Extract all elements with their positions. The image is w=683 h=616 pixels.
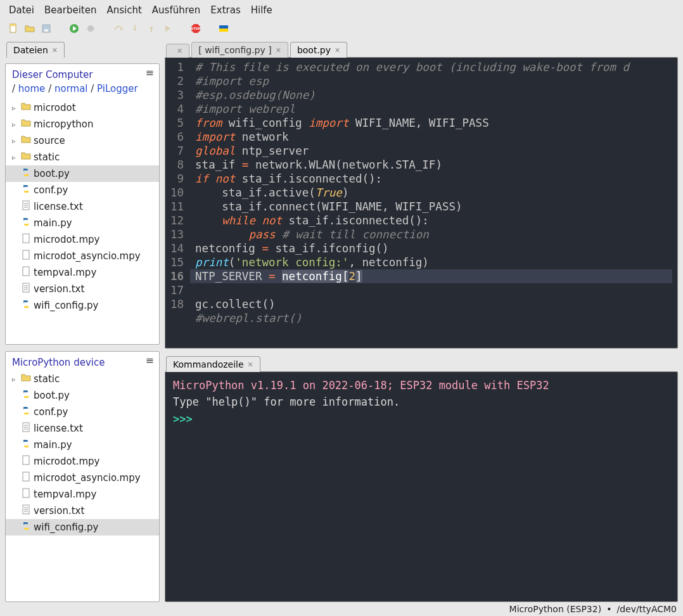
shell-tab[interactable]: Kommandozeile ✕ xyxy=(166,356,260,372)
local-tree[interactable]: ▹microdot▹micropython▹source▹staticboot.… xyxy=(6,99,159,344)
file-item[interactable]: tempval.mpy xyxy=(6,264,159,281)
shell-prompt: >>> xyxy=(173,413,199,425)
py-icon xyxy=(21,406,31,418)
status-port[interactable]: /dev/ttyACM0 xyxy=(616,604,677,614)
code-editor[interactable]: 123456789101112131415161718 # This file … xyxy=(165,57,678,349)
editor-tab-label: boot.py xyxy=(297,45,331,55)
file-item[interactable]: boot.py xyxy=(6,165,159,182)
panel-menu-icon[interactable]: ≡ xyxy=(146,68,154,78)
folder-icon xyxy=(21,101,31,114)
file-item[interactable]: wifi_config.py xyxy=(6,297,159,314)
folder-item[interactable]: ▹microdot xyxy=(6,99,159,116)
file-item[interactable]: microdot_asyncio.mpy xyxy=(6,248,159,264)
tab-close-icon[interactable]: ✕ xyxy=(177,47,182,55)
file-item[interactable]: boot.py xyxy=(6,387,159,404)
file-icon xyxy=(21,250,31,262)
step-out-button[interactable] xyxy=(144,22,158,35)
editor-tab[interactable]: [ wifi_config.py ]✕ xyxy=(191,42,288,58)
step-into-button[interactable] xyxy=(128,22,142,35)
editor-tab[interactable]: boot.py✕ xyxy=(290,42,347,58)
file-item[interactable]: conf.py xyxy=(6,404,159,420)
txt-icon xyxy=(21,283,31,295)
sidebar-tab-files[interactable]: Dateien ✕ xyxy=(6,42,65,58)
py-icon xyxy=(21,217,31,229)
file-name: wifi_config.py xyxy=(34,522,98,533)
file-name: static xyxy=(34,151,60,163)
file-item[interactable]: main.py xyxy=(6,437,159,453)
editor-tab-label: [ wifi_config.py ] xyxy=(198,45,271,55)
expand-icon[interactable]: ▹ xyxy=(12,153,18,162)
expand-icon[interactable]: ▹ xyxy=(12,104,18,112)
sidebar-tab-label: Dateien xyxy=(13,45,48,55)
breadcrumb-seg[interactable]: PiLogger xyxy=(97,83,138,94)
menu-datei[interactable]: Datei xyxy=(5,3,38,18)
file-item[interactable]: microdot.mpy xyxy=(6,231,159,248)
file-name: main.py xyxy=(34,217,72,229)
support-ukraine-button[interactable] xyxy=(217,22,231,35)
panel-menu-icon[interactable]: ≡ xyxy=(146,356,154,366)
tab-close-icon[interactable]: ✕ xyxy=(248,361,253,369)
expand-icon[interactable]: ▹ xyxy=(12,375,18,383)
file-item[interactable]: license.txt xyxy=(6,420,159,437)
breadcrumb-seg[interactable]: home xyxy=(18,83,46,94)
breadcrumb-seg[interactable]: normal xyxy=(54,83,88,94)
file-item[interactable]: license.txt xyxy=(6,198,159,215)
file-name: microdot.mpy xyxy=(34,234,99,245)
tab-close-icon[interactable]: ✕ xyxy=(276,46,281,55)
tab-close-icon[interactable]: ✕ xyxy=(335,46,340,55)
save-file-button[interactable] xyxy=(39,22,53,35)
file-name: license.txt xyxy=(34,201,83,212)
file-name: wifi_config.py xyxy=(34,300,98,311)
svg-rect-11 xyxy=(219,29,228,32)
file-icon xyxy=(21,266,31,279)
folder-item[interactable]: ▹static xyxy=(6,149,159,165)
file-name: micropython xyxy=(34,119,94,130)
folder-icon xyxy=(21,118,31,131)
file-icon xyxy=(21,488,31,501)
menu-bearbeiten[interactable]: Bearbeiten xyxy=(41,3,100,18)
file-item[interactable]: tempval.mpy xyxy=(6,486,159,503)
editor-code[interactable]: # This file is executed on every boot (i… xyxy=(190,58,677,348)
menu-ausführen[interactable]: Ausführen xyxy=(148,3,204,18)
txt-icon xyxy=(21,504,31,517)
status-backend[interactable]: MicroPython (ESP32) xyxy=(509,604,602,614)
file-name: boot.py xyxy=(34,390,70,401)
run-button[interactable] xyxy=(67,22,81,35)
folder-icon xyxy=(21,151,31,164)
file-name: conf.py xyxy=(34,406,68,418)
file-item[interactable]: version.txt xyxy=(6,503,159,519)
shell[interactable]: MicroPython v1.19.1 on 2022-06-18; ESP32… xyxy=(165,371,678,602)
menu-bar: DateiBearbeitenAnsichtAusführenExtrasHil… xyxy=(0,0,683,22)
svg-rect-10 xyxy=(219,25,228,29)
svg-rect-1 xyxy=(10,24,16,26)
menu-hilfe[interactable]: Hilfe xyxy=(247,3,276,18)
file-item[interactable]: conf.py xyxy=(6,182,159,198)
file-item[interactable]: microdot_asyncio.mpy xyxy=(6,470,159,486)
menu-ansicht[interactable]: Ansicht xyxy=(103,3,145,18)
folder-item[interactable]: ▹source xyxy=(6,132,159,149)
expand-icon[interactable]: ▹ xyxy=(12,137,18,145)
folder-item[interactable]: ▹static xyxy=(6,371,159,387)
editor-tab[interactable]: ✕ xyxy=(166,44,189,58)
file-name: static xyxy=(34,373,60,385)
toolbar: STOP xyxy=(0,22,683,41)
menu-extras[interactable]: Extras xyxy=(207,3,244,18)
device-tree[interactable]: ▹staticboot.pyconf.pylicense.txtmain.pym… xyxy=(6,371,159,601)
resume-button[interactable] xyxy=(161,22,175,35)
tab-close-icon[interactable]: ✕ xyxy=(52,46,58,55)
svg-rect-18 xyxy=(23,267,29,276)
debug-button[interactable] xyxy=(84,22,98,35)
step-over-button[interactable] xyxy=(112,22,125,35)
folder-item[interactable]: ▹micropython xyxy=(6,116,159,132)
file-item[interactable]: version.txt xyxy=(6,281,159,297)
file-item[interactable]: wifi_config.py xyxy=(6,519,159,536)
file-item[interactable]: microdot.mpy xyxy=(6,453,159,470)
shell-welcome: MicroPython v1.19.1 on 2022-06-18; ESP32… xyxy=(173,379,549,392)
expand-icon[interactable]: ▹ xyxy=(12,120,18,129)
stop-button[interactable]: STOP xyxy=(189,22,203,35)
file-name: license.txt xyxy=(34,423,83,434)
file-item[interactable]: main.py xyxy=(6,215,159,231)
open-file-button[interactable] xyxy=(23,22,37,35)
new-file-button[interactable] xyxy=(6,22,20,35)
file-name: boot.py xyxy=(34,168,70,179)
